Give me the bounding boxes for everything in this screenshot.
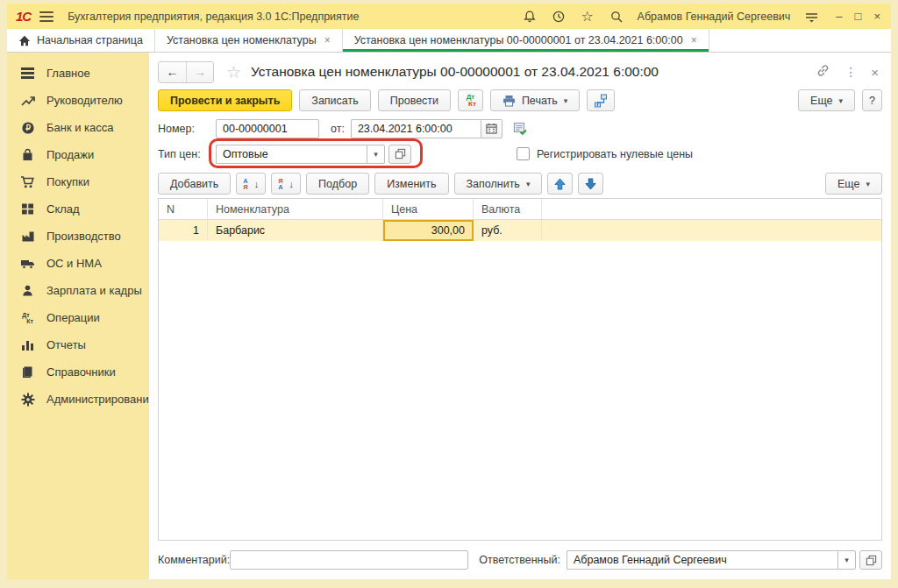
notifications-bell-icon[interactable] [522, 9, 538, 25]
warehouse-grid-icon [20, 202, 35, 216]
back-arrow-button[interactable]: ← [159, 62, 186, 82]
table-empty-area [159, 241, 881, 540]
edit-button[interactable]: Изменить [374, 173, 448, 195]
tab-label: Начальная страница [37, 34, 143, 46]
table-more-button[interactable]: Еще ▾ [825, 173, 882, 195]
set-time-doc-check-icon[interactable] [513, 122, 528, 136]
chevron-down-icon: ▾ [564, 96, 568, 105]
price-type-choose-button[interactable] [388, 145, 411, 164]
search-icon[interactable] [609, 9, 624, 25]
move-down-button[interactable] [578, 173, 603, 195]
sidebar-item-proizvodstvo[interactable]: Производство [7, 223, 149, 250]
more-dots-icon[interactable]: ⋮ [845, 65, 857, 79]
sidebar-item-operacii[interactable]: ДтКт Операции [7, 304, 149, 331]
sidebar-item-label: Администрирование [46, 393, 149, 406]
date-input[interactable] [351, 119, 481, 138]
sidebar-item-sklad[interactable]: Склад [7, 195, 149, 223]
bar-chart-icon [20, 337, 35, 352]
tab-close-icon[interactable]: × [691, 34, 697, 46]
help-button[interactable]: ? [862, 89, 882, 111]
post-and-close-button[interactable]: Провести и закрыть [158, 89, 292, 111]
zero-prices-checkbox[interactable]: Регистрировать нулевые цены [517, 147, 693, 160]
app-window: 1С Бухгалтерия предприятия, редакция 3.0… [7, 4, 891, 579]
sidebar-item-otchety[interactable]: Отчеты [7, 331, 149, 358]
fill-button[interactable]: Заполнить ▾ [454, 173, 543, 195]
tab-price-setting-document[interactable]: Установка цен номенклатуры 00-00000001 о… [343, 29, 709, 52]
favorites-star-icon[interactable]: ☆ [580, 9, 595, 25]
main-lines-icon [20, 66, 35, 81]
table-row[interactable]: 1 Барбарис 300,00 руб. [159, 220, 881, 241]
responsible-choose-button[interactable] [859, 550, 882, 570]
sidebar-item-label: Главное [46, 67, 90, 80]
cell-price-selected[interactable]: 300,00 [383, 220, 474, 241]
sidebar-item-label: Покупки [46, 175, 89, 188]
down-arrow-icon [585, 178, 596, 190]
add-row-button[interactable]: Добавить [158, 173, 231, 195]
price-type-dropdown-button[interactable]: ▾ [367, 145, 385, 164]
column-price[interactable]: Цена [383, 199, 474, 219]
sidebar-item-rukovoditelyu[interactable]: Руководителю [7, 87, 149, 114]
print-button[interactable]: Печать ▾ [490, 89, 580, 111]
cell-currency[interactable]: руб. [474, 220, 542, 241]
cell-n[interactable]: 1 [159, 220, 208, 241]
post-button[interactable]: Провести [378, 89, 451, 111]
dt-kt-postings-button[interactable]: ДтКт [458, 89, 483, 111]
sort-ascending-button[interactable]: АЯ ↓ [236, 173, 266, 195]
sidebar-item-os-nma[interactable]: ОС и НМА [7, 250, 149, 277]
get-link-icon[interactable] [816, 63, 830, 81]
down-arrow-icon: ↓ [289, 179, 295, 189]
sort-descending-button[interactable]: ЯА ↓ [271, 173, 301, 195]
app-title: Бухгалтерия предприятия, редакция 3.0 1С… [68, 11, 359, 23]
pick-button[interactable]: Подбор [306, 173, 369, 195]
column-nomenclature[interactable]: Номенклатура [208, 199, 383, 219]
column-n[interactable]: N [159, 199, 208, 219]
form-more-button[interactable]: Еще ▾ [798, 89, 855, 111]
maximize-button[interactable]: □ [855, 11, 862, 22]
gear-icon [20, 392, 35, 407]
sidebar-item-zarplata-kadry[interactable]: Зарплата и кадры [7, 277, 149, 304]
sidebar-item-pokupki[interactable]: Покупки [7, 168, 149, 195]
sidebar-item-administrirovanie[interactable]: Администрирование [7, 386, 149, 413]
calendar-button[interactable] [481, 119, 502, 138]
history-clock-icon[interactable] [551, 9, 567, 25]
save-button[interactable]: Записать [299, 89, 370, 111]
forward-arrow-button[interactable]: → [186, 62, 213, 82]
table-header: N Номенклатура Цена Валюта [159, 199, 881, 220]
fill-label: Заполнить [467, 178, 520, 190]
sidebar-item-spravochniki[interactable]: Справочники [7, 358, 149, 386]
cell-nomenclature[interactable]: Барбарис [208, 220, 383, 241]
minimize-button[interactable]: – [836, 11, 842, 22]
move-up-button[interactable] [547, 173, 573, 195]
tab-price-setting-list[interactable]: Установка цен номенклатуры × [155, 29, 343, 52]
date-label: от: [331, 123, 345, 135]
cell-empty [542, 220, 881, 241]
responsible-combo[interactable] [567, 550, 837, 570]
document-structure-button[interactable] [587, 89, 615, 111]
close-window-button[interactable]: × [873, 11, 880, 22]
tab-close-icon[interactable]: × [324, 34, 331, 46]
person-icon [20, 283, 35, 298]
favorite-star-icon[interactable]: ☆ [226, 64, 241, 81]
main-menu-icon[interactable] [39, 11, 53, 22]
sidebar-item-prodazhi[interactable]: Продажи [7, 141, 149, 168]
open-list-icon [866, 555, 877, 566]
titlebar: 1С Бухгалтерия предприятия, редакция 3.0… [7, 4, 891, 29]
column-currency[interactable]: Валюта [474, 199, 542, 219]
sidebar-item-bank-kassa[interactable]: ₽ Банк и касса [7, 114, 149, 141]
tab-label: Установка цен номенклатуры 00-00000001 о… [354, 34, 683, 46]
close-form-icon[interactable]: × [871, 65, 879, 80]
service-menu-icon[interactable] [803, 9, 819, 25]
tab-home[interactable]: Начальная страница [7, 29, 155, 52]
more-label: Еще [810, 95, 832, 107]
responsible-dropdown-button[interactable]: ▾ [837, 550, 856, 570]
1c-logo-icon: 1С [16, 9, 31, 24]
checkbox-box[interactable] [517, 147, 530, 160]
ruble-circle-icon: ₽ [20, 120, 35, 135]
document-form: ← → ☆ Установка цен номенклатуры 00-0000… [149, 53, 891, 579]
price-type-combo[interactable] [216, 145, 367, 164]
current-user-name[interactable]: Абрамов Геннадий Сергеевич [638, 11, 791, 23]
column-empty [542, 199, 881, 219]
number-input[interactable] [216, 119, 319, 138]
comment-input[interactable] [230, 550, 468, 570]
sidebar-item-glavnoe[interactable]: Главное [7, 60, 149, 87]
